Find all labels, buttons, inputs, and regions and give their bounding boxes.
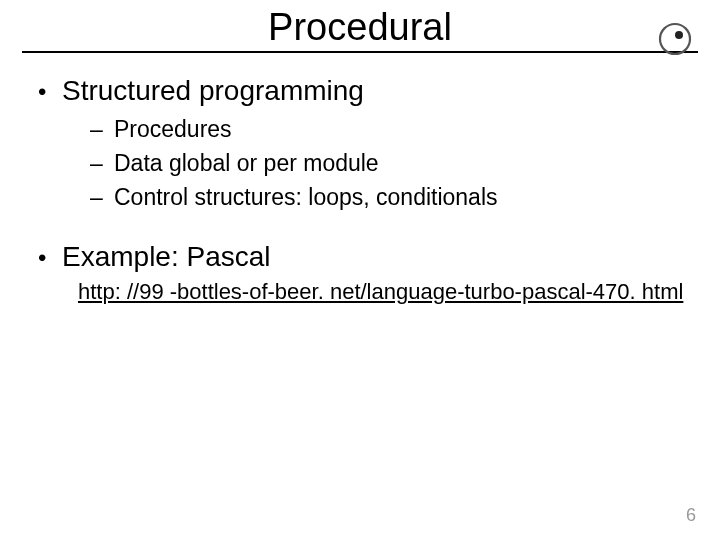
bullet-text: Structured programming (62, 75, 364, 106)
sub-bullet: Data global or per module (90, 149, 686, 179)
sub-bullet-text: Control structures: loops, conditionals (114, 184, 498, 210)
logo-icon (658, 22, 692, 60)
title-underline (22, 51, 698, 53)
sub-bullet: Procedures (90, 115, 686, 145)
bullet-list: Structured programming Procedures Data g… (34, 75, 686, 273)
sub-bullet-list: Procedures Data global or per module Con… (62, 115, 686, 213)
svg-point-0 (660, 24, 690, 54)
svg-point-1 (675, 31, 683, 39)
slide-body: Structured programming Procedures Data g… (0, 57, 720, 305)
example-link[interactable]: http: //99 -bottles-of-beer. net/languag… (78, 279, 686, 305)
sub-bullet-text: Procedures (114, 116, 232, 142)
bullet-text: Example: Pascal (62, 241, 271, 272)
slide-title: Procedural (0, 6, 720, 49)
bullet-structured-programming: Structured programming Procedures Data g… (34, 75, 686, 213)
bullet-example-pascal: Example: Pascal (34, 241, 686, 273)
sub-bullet: Control structures: loops, conditionals (90, 183, 686, 213)
sub-bullet-text: Data global or per module (114, 150, 379, 176)
page-number: 6 (686, 505, 696, 526)
title-area: Procedural (0, 0, 720, 57)
slide: Procedural Structured programming Proced… (0, 0, 720, 540)
